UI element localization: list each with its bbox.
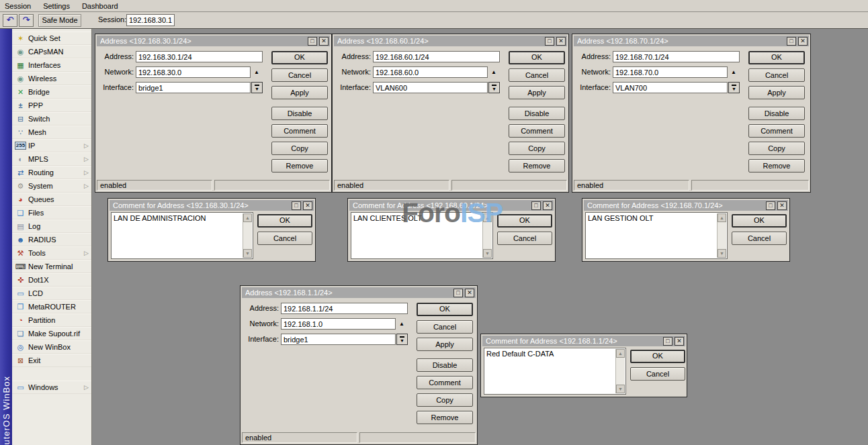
undo-button[interactable]: ↶ [3, 14, 17, 27]
apply-button[interactable]: Apply [509, 86, 565, 99]
scroll-up-icon[interactable]: ▲ [616, 349, 625, 358]
interface-dropdown-button[interactable]: ▼ [488, 82, 500, 93]
disable-button[interactable]: Disable [509, 107, 565, 120]
menu-dashboard[interactable]: Dashboard [82, 2, 118, 10]
close-icon[interactable]: ✕ [777, 201, 787, 210]
ok-button[interactable]: OK [509, 51, 565, 64]
spin-up-icon[interactable]: ▲ [731, 69, 736, 75]
maximize-icon[interactable]: □ [663, 337, 672, 346]
window-titlebar[interactable]: Comment for Address <192.168.70.1/24> □ … [584, 200, 788, 211]
address-input[interactable] [136, 51, 263, 62]
window-titlebar[interactable]: Comment for Address <192.168.30.1/24> □ … [110, 200, 314, 211]
ok-button[interactable]: OK [732, 214, 787, 228]
disable-button[interactable]: Disable [271, 107, 328, 120]
sidebar-item-exit[interactable]: ⊠Exit [12, 354, 91, 367]
scroll-up-icon[interactable]: ▲ [718, 213, 726, 222]
sidebar-item-switch[interactable]: ⊟Switch [12, 112, 91, 126]
window-titlebar[interactable]: Address <192.168.1.1/24> □ ✕ [242, 287, 476, 298]
address-input[interactable] [613, 51, 740, 62]
comment-textarea[interactable]: LAN DE ADMINISTRACION ▲ ▼ [111, 212, 253, 259]
window-titlebar[interactable]: Comment for Address <192.168.1.1/24> □ ✕ [482, 336, 685, 346]
cancel-button[interactable]: Cancel [732, 232, 787, 245]
close-icon[interactable]: ✕ [556, 37, 566, 46]
session-field[interactable] [126, 14, 175, 26]
ok-button[interactable]: OK [257, 214, 312, 228]
scroll-down-icon[interactable]: ▼ [483, 249, 492, 258]
interface-input[interactable] [281, 334, 396, 345]
sidebar-item-radius[interactable]: ☻RADIUS [12, 233, 91, 246]
remove-button[interactable]: Remove [748, 159, 805, 172]
scroll-down-icon[interactable]: ▼ [243, 249, 252, 258]
scroll-down-icon[interactable]: ▼ [718, 249, 726, 258]
maximize-icon[interactable]: □ [787, 37, 796, 46]
scrollbar[interactable]: ▲ ▼ [717, 213, 726, 258]
scroll-up-icon[interactable]: ▲ [483, 213, 492, 222]
address-input[interactable] [281, 303, 408, 314]
apply-button[interactable]: Apply [417, 338, 473, 351]
sidebar-item-system[interactable]: ⚙System▷ [12, 179, 91, 193]
comment-button[interactable]: Comment [271, 124, 328, 138]
network-input[interactable] [136, 66, 251, 78]
disable-button[interactable]: Disable [417, 358, 473, 372]
cancel-button[interactable]: Cancel [630, 367, 685, 381]
menu-session[interactable]: Session [5, 2, 31, 10]
sidebar-item-make-supout-rif[interactable]: ❏Make Supout.rif [12, 327, 91, 340]
cancel-button[interactable]: Cancel [497, 232, 552, 245]
comment-textarea[interactable]: LAN CLIENTES OLT ▲ ▼ [351, 212, 493, 259]
sidebar-item-mesh[interactable]: ∵Mesh [12, 126, 91, 139]
window-titlebar[interactable]: Address <192.168.70.1/24> □ ✕ [574, 36, 809, 46]
comment-button[interactable]: Comment [509, 124, 565, 138]
maximize-icon[interactable]: □ [531, 201, 541, 210]
sidebar-item-ip[interactable]: 255IP▷ [12, 139, 91, 152]
network-input[interactable] [281, 318, 396, 330]
menu-settings[interactable]: Settings [43, 2, 70, 10]
sidebar-item-log[interactable]: ▤Log [12, 219, 91, 233]
sidebar-item-wireless[interactable]: ◉Wireless [12, 72, 91, 85]
redo-button[interactable]: ↷ [19, 14, 34, 27]
interface-input[interactable] [136, 82, 251, 93]
maximize-icon[interactable]: □ [766, 201, 775, 210]
maximize-icon[interactable]: □ [453, 289, 463, 297]
sidebar-item-routing[interactable]: ⇄Routing▷ [12, 166, 91, 179]
cancel-button[interactable]: Cancel [748, 68, 805, 82]
window-titlebar[interactable]: Address <192.168.30.1/24> □ ✕ [97, 36, 330, 46]
copy-button[interactable]: Copy [417, 393, 473, 407]
sidebar-item-new-terminal[interactable]: ⌨New Terminal [12, 260, 91, 273]
sidebar-item-partition[interactable]: ◔Partition [12, 313, 91, 327]
maximize-icon[interactable]: □ [292, 201, 301, 210]
interface-input[interactable] [373, 82, 488, 93]
ok-button[interactable]: OK [417, 303, 473, 316]
scrollbar[interactable]: ▲ ▼ [243, 213, 252, 258]
comment-button[interactable]: Comment [748, 124, 805, 138]
maximize-icon[interactable]: □ [545, 37, 554, 46]
window-titlebar[interactable]: Comment for Address <192.168.60.1/24> □ … [349, 200, 554, 211]
sidebar-item-queues[interactable]: ◕Queues [12, 193, 91, 206]
network-input[interactable] [613, 66, 728, 78]
sidebar-item-bridge[interactable]: ✕Bridge [12, 85, 91, 99]
close-icon[interactable]: ✕ [465, 289, 474, 297]
comment-button[interactable]: Comment [417, 376, 473, 389]
close-icon[interactable]: ✕ [798, 37, 808, 46]
ok-button[interactable]: OK [748, 51, 805, 64]
ok-button[interactable]: OK [271, 51, 328, 64]
copy-button[interactable]: Copy [509, 142, 565, 155]
apply-button[interactable]: Apply [748, 86, 805, 99]
scrollbar[interactable]: ▲ ▼ [615, 349, 625, 393]
disable-button[interactable]: Disable [748, 107, 805, 120]
sidebar-item-ppp[interactable]: ±PPP [12, 99, 91, 112]
maximize-icon[interactable]: □ [308, 37, 317, 46]
ok-button[interactable]: OK [497, 214, 552, 228]
close-icon[interactable]: ✕ [303, 201, 312, 210]
cancel-button[interactable]: Cancel [417, 320, 473, 334]
scrollbar[interactable]: ▲ ▼ [482, 213, 492, 258]
spin-up-icon[interactable]: ▲ [491, 69, 496, 75]
spin-up-icon[interactable]: ▲ [254, 69, 259, 75]
sidebar-item-tools[interactable]: ⚒Tools▷ [12, 246, 91, 260]
sidebar-item-capsman[interactable]: ◉CAPsMAN [12, 45, 91, 58]
close-icon[interactable]: ✕ [319, 37, 329, 46]
remove-button[interactable]: Remove [417, 411, 473, 424]
apply-button[interactable]: Apply [271, 86, 328, 99]
cancel-button[interactable]: Cancel [509, 68, 565, 82]
sidebar-item-new-winbox[interactable]: ◎New WinBox [12, 340, 91, 354]
sidebar-item-quick-set[interactable]: ✶Quick Set [12, 32, 91, 45]
